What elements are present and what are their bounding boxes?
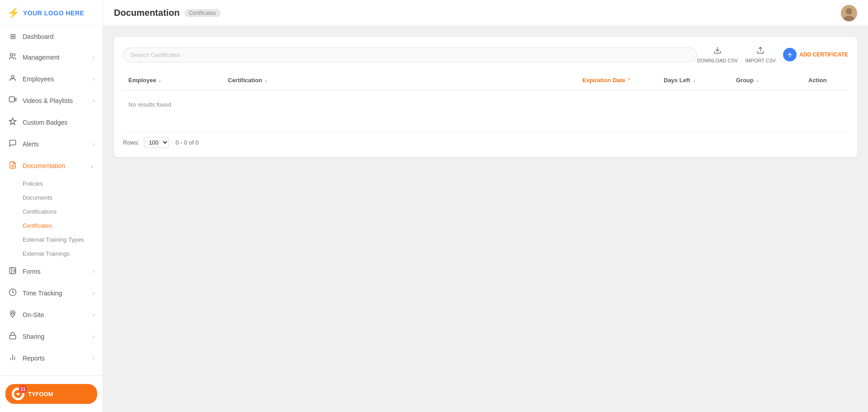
sidebar-item-label: Alerts bbox=[23, 140, 39, 148]
sidebar-item-videos[interactable]: Videos & Playlists › bbox=[0, 90, 103, 112]
dashboard-icon: ⊞ bbox=[8, 32, 17, 41]
submenu-certificates[interactable]: Certificates bbox=[23, 219, 103, 233]
sidebar-item-custom-badges[interactable]: Custom Badges bbox=[0, 112, 103, 133]
pagination-info: 0 - 0 of 0 bbox=[175, 139, 198, 146]
svg-point-12 bbox=[12, 312, 14, 314]
logo-text: YOUR LOGO HERE bbox=[23, 9, 84, 17]
tyfoom-button[interactable]: 11 TYFOOM bbox=[5, 384, 97, 404]
sidebar-item-label: Documentation bbox=[23, 162, 65, 169]
certificates-card: DOWNLOAD CSV IMPORT CSV + ADD CERTIFICAT… bbox=[114, 37, 857, 157]
chevron-right-icon: › bbox=[93, 355, 94, 361]
custom-badges-icon bbox=[8, 117, 17, 127]
sidebar-item-reports[interactable]: Reports › bbox=[0, 347, 103, 369]
sidebar-item-label: Dashboard bbox=[23, 33, 54, 40]
tyfoom-icon: 11 bbox=[12, 388, 24, 400]
download-csv-button[interactable]: DOWNLOAD CSV bbox=[697, 46, 738, 63]
documentation-icon bbox=[8, 161, 17, 171]
tyfoom-notification-badge: 11 bbox=[19, 385, 27, 393]
sidebar: ⚡ YOUR LOGO HERE ⊞ Dashboard Management … bbox=[0, 0, 103, 412]
download-csv-label: DOWNLOAD CSV bbox=[697, 58, 738, 63]
submenu-certifications[interactable]: Certifications bbox=[23, 205, 103, 219]
sidebar-item-label: Reports bbox=[23, 355, 45, 362]
chevron-right-icon: › bbox=[93, 76, 94, 82]
videos-icon bbox=[8, 96, 17, 106]
management-icon bbox=[8, 52, 17, 62]
chevron-right-icon: › bbox=[93, 333, 94, 340]
svg-point-0 bbox=[10, 53, 13, 56]
sidebar-item-label: Videos & Playlists bbox=[23, 97, 73, 104]
sidebar-item-documentation[interactable]: Documentation ⌄ bbox=[0, 155, 103, 177]
sidebar-item-label: Custom Badges bbox=[23, 119, 68, 126]
add-icon: + bbox=[783, 48, 797, 61]
sidebar-item-dashboard[interactable]: ⊞ Dashboard bbox=[0, 26, 103, 47]
logo-icon: ⚡ bbox=[7, 7, 19, 19]
rows-per-page-select[interactable]: 100 50 25 bbox=[144, 137, 169, 148]
page-title: Documentation bbox=[114, 8, 180, 18]
sort-icon: ⌄ bbox=[755, 78, 759, 83]
sidebar-item-label: Management bbox=[23, 54, 60, 61]
alerts-icon bbox=[8, 139, 17, 149]
column-header-expiration-date[interactable]: Expiration Date ⌃ bbox=[577, 74, 658, 86]
column-header-days-left[interactable]: Days Left ⌄ bbox=[658, 74, 731, 86]
sidebar-item-time-tracking[interactable]: Time Tracking › bbox=[0, 282, 103, 304]
sharing-icon bbox=[8, 332, 17, 342]
topbar: Documentation Certificates bbox=[103, 0, 868, 26]
upload-icon bbox=[756, 46, 764, 56]
chevron-right-icon: › bbox=[93, 98, 94, 104]
submenu-policies[interactable]: Policies bbox=[23, 177, 103, 191]
column-header-group[interactable]: Group ⌄ bbox=[731, 74, 803, 86]
svg-rect-2 bbox=[9, 97, 14, 102]
sort-icon: ⌄ bbox=[158, 78, 161, 83]
sidebar-item-label: Sharing bbox=[23, 333, 44, 340]
chevron-right-icon: › bbox=[93, 290, 94, 296]
sidebar-item-on-site[interactable]: On-Site › bbox=[0, 304, 103, 326]
import-csv-button[interactable]: IMPORT CSV bbox=[745, 46, 776, 63]
breadcrumb: Certificates bbox=[184, 9, 221, 17]
toolbar: DOWNLOAD CSV IMPORT CSV + ADD CERTIFICAT… bbox=[123, 46, 848, 63]
on-site-icon bbox=[8, 310, 17, 320]
sort-icon: ⌃ bbox=[627, 78, 631, 83]
submenu-documents[interactable]: Documents bbox=[23, 191, 103, 205]
chevron-right-icon: › bbox=[93, 312, 94, 318]
submenu-external-trainings[interactable]: External Trainings bbox=[23, 247, 103, 261]
sidebar-bottom: 11 TYFOOM bbox=[0, 375, 103, 412]
toolbar-actions: DOWNLOAD CSV IMPORT CSV + ADD CERTIFICAT… bbox=[697, 46, 848, 63]
chevron-right-icon: › bbox=[93, 141, 94, 147]
user-avatar[interactable] bbox=[841, 5, 857, 21]
documentation-submenu: Policies Documents Certifications Certif… bbox=[0, 177, 103, 261]
reports-icon bbox=[8, 353, 17, 363]
content-area: DOWNLOAD CSV IMPORT CSV + ADD CERTIFICAT… bbox=[103, 26, 868, 412]
column-header-certification[interactable]: Certification ⌄ bbox=[222, 74, 577, 86]
page-title-area: Documentation Certificates bbox=[114, 8, 221, 18]
sidebar-item-employees[interactable]: Employees › bbox=[0, 68, 103, 90]
add-certificate-label: ADD CERTIFICATE bbox=[799, 52, 848, 58]
sidebar-item-label: On-Site bbox=[23, 311, 44, 318]
search-box bbox=[123, 47, 697, 62]
sidebar-item-label: Forms bbox=[23, 268, 41, 275]
column-header-employee[interactable]: Employee ⌄ bbox=[123, 74, 222, 86]
column-header-action: Action bbox=[803, 74, 848, 86]
chevron-right-icon: › bbox=[93, 268, 94, 275]
sort-icon: ⌄ bbox=[692, 78, 696, 83]
main-area: Documentation Certificates DOWNLOAD CSV bbox=[103, 0, 868, 412]
logo-area[interactable]: ⚡ YOUR LOGO HERE bbox=[0, 0, 103, 26]
svg-point-1 bbox=[11, 75, 14, 78]
sidebar-item-forms[interactable]: Forms › bbox=[0, 261, 103, 282]
table-body: No results found bbox=[123, 90, 848, 126]
search-input[interactable] bbox=[123, 47, 697, 62]
employees-icon bbox=[8, 74, 17, 84]
sidebar-item-management[interactable]: Management › bbox=[0, 47, 103, 68]
sidebar-item-label: Time Tracking bbox=[23, 290, 62, 297]
chevron-right-icon: › bbox=[93, 54, 94, 61]
rows-label: Rows: bbox=[123, 139, 139, 146]
svg-point-19 bbox=[846, 8, 852, 14]
table-header: Employee ⌄ Certification ⌄ Expiration Da… bbox=[123, 70, 848, 90]
sort-icon: ⌄ bbox=[264, 78, 268, 83]
sidebar-item-label: Employees bbox=[23, 75, 54, 83]
sidebar-item-alerts[interactable]: Alerts › bbox=[0, 133, 103, 155]
add-certificate-button[interactable]: + ADD CERTIFICATE bbox=[783, 48, 848, 61]
submenu-external-training-types[interactable]: External Training Types bbox=[23, 233, 103, 247]
forms-icon bbox=[8, 267, 17, 276]
sidebar-item-sharing[interactable]: Sharing › bbox=[0, 326, 103, 347]
download-icon bbox=[713, 46, 722, 56]
